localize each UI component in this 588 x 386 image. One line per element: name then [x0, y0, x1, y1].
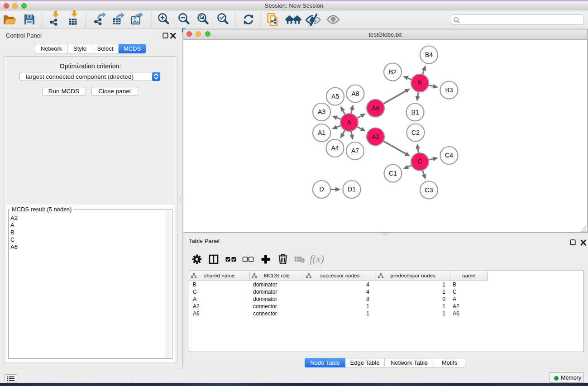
svg-text:B2: B2 [389, 68, 397, 76]
svg-text:B3: B3 [445, 86, 453, 94]
svg-text:B4: B4 [425, 51, 433, 58]
svg-text:A1: A1 [318, 129, 325, 136]
svg-text:f(x): f(x) [310, 253, 324, 265]
svg-text:B1: B1 [411, 109, 419, 116]
svg-text:A6: A6 [372, 105, 379, 112]
svg-text:A: A [347, 119, 352, 126]
svg-text:A5: A5 [331, 93, 339, 100]
svg-text:A2: A2 [372, 133, 379, 140]
svg-text:C1: C1 [389, 170, 397, 177]
svg-text:C: C [417, 158, 422, 165]
svg-text:A7: A7 [351, 147, 359, 154]
svg-text:D: D [319, 186, 324, 193]
svg-text:C3: C3 [425, 186, 433, 194]
svg-text:C2: C2 [411, 129, 420, 136]
svg-text:A3: A3 [318, 108, 325, 115]
svg-text:D1: D1 [348, 186, 356, 193]
svg-text:B: B [418, 79, 422, 86]
svg-text:A4: A4 [331, 144, 339, 152]
svg-text:C4: C4 [445, 152, 453, 159]
svg-text:A8: A8 [351, 90, 359, 97]
